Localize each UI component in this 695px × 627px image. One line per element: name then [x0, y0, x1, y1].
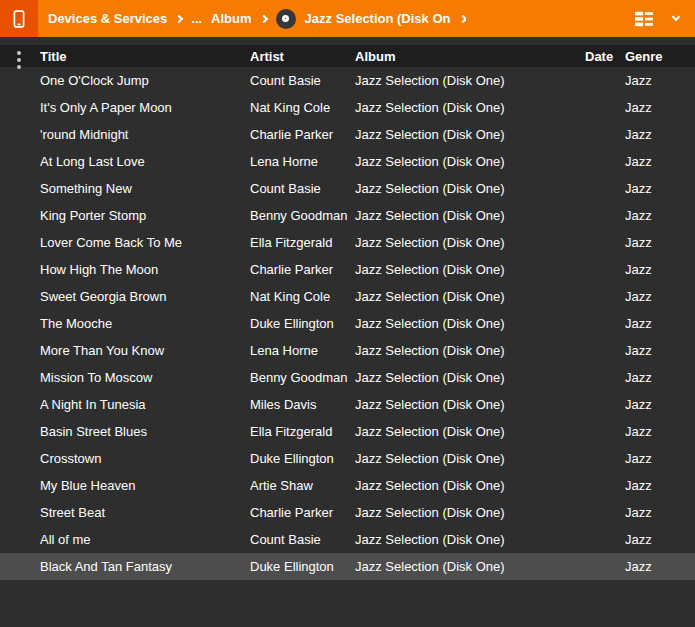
breadcrumb-current[interactable]: Jazz Selection (Disk On	[305, 11, 451, 26]
breadcrumb-collapsed[interactable]: ...	[191, 11, 202, 26]
cell-title: Crosstown	[40, 451, 250, 466]
cell-album: Jazz Selection (Disk One)	[355, 478, 585, 493]
cell-genre: Jazz	[625, 235, 695, 250]
table-row[interactable]: A Night In Tunesia Miles Davis Jazz Sele…	[0, 391, 695, 418]
chevron-down-icon[interactable]	[672, 12, 680, 20]
cell-genre: Jazz	[625, 289, 695, 304]
cell-artist: Nat King Cole	[250, 100, 355, 115]
cell-artist: Count Basie	[250, 73, 355, 88]
column-header-genre[interactable]: Genre	[625, 49, 695, 64]
cell-genre: Jazz	[625, 532, 695, 547]
cell-artist: Count Basie	[250, 532, 355, 547]
cell-title: More Than You Know	[40, 343, 250, 358]
cell-artist: Charlie Parker	[250, 262, 355, 277]
cell-genre: Jazz	[625, 343, 695, 358]
table-row[interactable]: More Than You Know Lena Horne Jazz Selec…	[0, 337, 695, 364]
column-header-title[interactable]: Title	[40, 49, 250, 64]
kebab-menu-icon[interactable]	[15, 49, 23, 71]
cell-album: Jazz Selection (Disk One)	[355, 154, 585, 169]
queue-button[interactable]	[633, 10, 655, 28]
table-row[interactable]: 'round Midnight Charlie Parker Jazz Sele…	[0, 121, 695, 148]
table-row[interactable]: It's Only A Paper Moon Nat King Cole Jaz…	[0, 94, 695, 121]
cell-title: One O'Clock Jump	[40, 73, 250, 88]
topbar-actions	[633, 0, 695, 37]
table-row[interactable]: My Blue Heaven Artie Shaw Jazz Selection…	[0, 472, 695, 499]
table-header: Title Artist Album Date Genre	[0, 45, 695, 67]
cell-artist: Nat King Cole	[250, 289, 355, 304]
cell-album: Jazz Selection (Disk One)	[355, 73, 585, 88]
cell-album: Jazz Selection (Disk One)	[355, 397, 585, 412]
table-row[interactable]: Street Beat Charlie Parker Jazz Selectio…	[0, 499, 695, 526]
cell-artist: Artie Shaw	[250, 478, 355, 493]
cell-genre: Jazz	[625, 478, 695, 493]
cell-genre: Jazz	[625, 181, 695, 196]
cell-artist: Benny Goodman	[250, 208, 355, 223]
cell-title: Mission To Moscow	[40, 370, 250, 385]
cell-artist: Duke Ellington	[250, 316, 355, 331]
cell-artist: Benny Goodman	[250, 370, 355, 385]
chevron-right-icon	[458, 14, 465, 22]
cell-genre: Jazz	[625, 154, 695, 169]
table-row[interactable]: Mission To Moscow Benny Goodman Jazz Sel…	[0, 364, 695, 391]
cell-album: Jazz Selection (Disk One)	[355, 451, 585, 466]
column-header-date[interactable]: Date	[585, 49, 625, 64]
cell-title: Street Beat	[40, 505, 250, 520]
table-row[interactable]: Black And Tan Fantasy Duke Ellington Jaz…	[0, 553, 695, 580]
column-header-artist[interactable]: Artist	[250, 49, 355, 64]
table-row[interactable]: All of me Count Basie Jazz Selection (Di…	[0, 526, 695, 553]
breadcrumb-parent-album[interactable]: Album	[211, 11, 251, 26]
table-row[interactable]: Basin Street Blues Ella Fitzgerald Jazz …	[0, 418, 695, 445]
cell-title: King Porter Stomp	[40, 208, 250, 223]
track-table: Title Artist Album Date Genre One O'Cloc…	[0, 45, 695, 580]
table-row[interactable]: How High The Moon Charlie Parker Jazz Se…	[0, 256, 695, 283]
cell-album: Jazz Selection (Disk One)	[355, 127, 585, 142]
cell-album: Jazz Selection (Disk One)	[355, 343, 585, 358]
cell-artist: Ella Fitzgerald	[250, 424, 355, 439]
cell-title: At Long Last Love	[40, 154, 250, 169]
cell-album: Jazz Selection (Disk One)	[355, 235, 585, 250]
cell-album: Jazz Selection (Disk One)	[355, 559, 585, 574]
cell-artist: Lena Horne	[250, 154, 355, 169]
cell-album: Jazz Selection (Disk One)	[355, 181, 585, 196]
cell-title: Black And Tan Fantasy	[40, 559, 250, 574]
column-header-album[interactable]: Album	[355, 49, 585, 64]
table-row[interactable]: At Long Last Love Lena Horne Jazz Select…	[0, 148, 695, 175]
cell-album: Jazz Selection (Disk One)	[355, 532, 585, 547]
table-row[interactable]: The Mooche Duke Ellington Jazz Selection…	[0, 310, 695, 337]
breadcrumb-root[interactable]: Devices & Services	[48, 11, 167, 26]
cell-title: Sweet Georgia Brown	[40, 289, 250, 304]
cell-album: Jazz Selection (Disk One)	[355, 100, 585, 115]
cell-title: My Blue Heaven	[40, 478, 250, 493]
table-row[interactable]: Sweet Georgia Brown Nat King Cole Jazz S…	[0, 283, 695, 310]
cell-album: Jazz Selection (Disk One)	[355, 289, 585, 304]
cell-genre: Jazz	[625, 73, 695, 88]
cell-title: A Night In Tunesia	[40, 397, 250, 412]
cell-artist: Miles Davis	[250, 397, 355, 412]
cell-genre: Jazz	[625, 370, 695, 385]
table-row[interactable]: Something New Count Basie Jazz Selection…	[0, 175, 695, 202]
cell-album: Jazz Selection (Disk One)	[355, 208, 585, 223]
chevron-right-icon	[259, 14, 267, 22]
cell-artist: Ella Fitzgerald	[250, 235, 355, 250]
cell-title: It's Only A Paper Moon	[40, 100, 250, 115]
topbar: Devices & Services ... Album Jazz Select…	[0, 0, 695, 37]
cell-genre: Jazz	[625, 262, 695, 277]
cell-genre: Jazz	[625, 316, 695, 331]
cell-artist: Charlie Parker	[250, 505, 355, 520]
table-row[interactable]: Crosstown Duke Ellington Jazz Selection …	[0, 445, 695, 472]
cell-genre: Jazz	[625, 397, 695, 412]
cell-title: The Mooche	[40, 316, 250, 331]
table-row[interactable]: King Porter Stomp Benny Goodman Jazz Sel…	[0, 202, 695, 229]
cell-album: Jazz Selection (Disk One)	[355, 505, 585, 520]
device-button[interactable]	[0, 0, 38, 37]
cell-artist: Duke Ellington	[250, 451, 355, 466]
breadcrumb: Devices & Services ... Album Jazz Select…	[38, 0, 466, 37]
table-row[interactable]: Lover Come Back To Me Ella Fitzgerald Ja…	[0, 229, 695, 256]
cell-genre: Jazz	[625, 100, 695, 115]
cell-artist: Charlie Parker	[250, 127, 355, 142]
cell-title: Lover Come Back To Me	[40, 235, 250, 250]
cell-genre: Jazz	[625, 451, 695, 466]
table-row[interactable]: One O'Clock Jump Count Basie Jazz Select…	[0, 67, 695, 94]
cell-title: 'round Midnight	[40, 127, 250, 142]
cell-title: All of me	[40, 532, 250, 547]
